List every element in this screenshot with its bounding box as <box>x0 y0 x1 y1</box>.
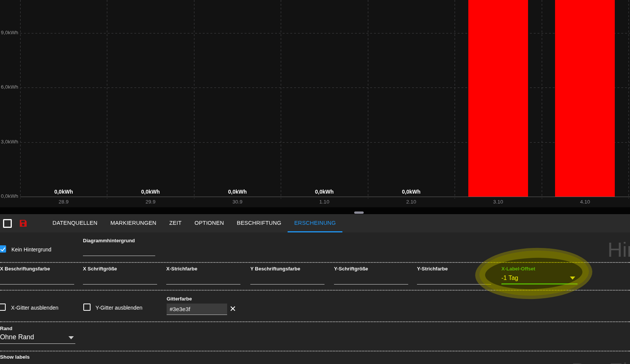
tab-zeit[interactable]: ZEIT <box>163 214 188 232</box>
tab-beschriftung[interactable]: BESCHRIFTUNG <box>231 214 288 232</box>
grid-vline <box>194 0 194 199</box>
settings-panel: Kein Hintergrund Diagrammhintergrund X B… <box>0 232 630 364</box>
grid-vline <box>455 0 455 199</box>
bar <box>555 0 615 197</box>
kein-hintergrund-label: Kein Hintergrund <box>11 246 51 253</box>
tab-markierungen[interactable]: MARKIERUNGEN <box>104 214 163 232</box>
field-label: Y-Strichfarbe <box>417 266 448 272</box>
clear-x-icon[interactable]: ✕ <box>228 304 238 314</box>
rand-label: Rand <box>0 326 13 331</box>
bar-value-label: 0,0kWh <box>302 189 347 195</box>
y-axis-tick-label: 0,0kWh <box>0 193 18 199</box>
tab-datenquellen[interactable]: DATENQUELLEN <box>46 214 104 232</box>
diagrammhintergrund-input[interactable] <box>83 256 155 256</box>
gitterfarbe-label: Gitterfarbe <box>167 296 192 302</box>
x-axis-tick-label: 28.9 <box>41 199 86 205</box>
y-axis-tick-label: 3,0kWh <box>0 139 18 145</box>
field-input[interactable] <box>83 284 157 285</box>
x-label-offset-underline <box>501 283 578 285</box>
y-axis-tick-label: 9,0kWh <box>0 30 18 35</box>
rand-value: Ohne Rand <box>0 333 34 341</box>
x-axis-tick-label: 1.10 <box>302 199 347 205</box>
chart-plot: 3,0kWh6,0kWh9,0kWh0,0kWh0,0kWh28.90,0kWh… <box>0 0 630 207</box>
y-gitter-checkbox[interactable] <box>83 304 91 311</box>
gitterfarbe-input[interactable] <box>167 304 227 315</box>
grid-vline <box>628 0 629 199</box>
kein-hintergrund-checkbox[interactable] <box>0 245 6 253</box>
rand-underline <box>0 343 75 344</box>
bar-value-label: 0,0kWh <box>215 189 260 195</box>
y-gitter-label: Y-Gitter ausblenden <box>95 305 142 311</box>
rand-select[interactable]: Ohne Rand <box>0 332 75 344</box>
x-axis-tick-label: 4.10 <box>562 199 608 205</box>
splitter-drag-handle[interactable] <box>354 211 364 214</box>
field-label: Y Beschriftungsfarbe <box>250 266 300 272</box>
x-axis-line <box>20 197 630 197</box>
field-label: X Schriftgröße <box>83 266 117 272</box>
bar <box>468 0 528 197</box>
show-labels-label: Show labels <box>0 354 30 360</box>
grid-vline <box>20 0 21 199</box>
settings-tabbar: DATENQUELLENMARKIERUNGENZEITOPTIONENBESC… <box>0 214 630 232</box>
x-axis-tick-label: 3.10 <box>475 199 521 205</box>
x-gitter-label: X-Gitter ausblenden <box>11 305 59 311</box>
grid-hline <box>20 87 630 88</box>
field-label: X Beschriftungsfarbe <box>0 266 50 272</box>
watermark-bottom: Bar Ei <box>571 358 627 364</box>
separator <box>0 351 630 351</box>
app-window: 3,0kWh6,0kWh9,0kWh0,0kWh0,0kWh28.90,0kWh… <box>0 0 630 364</box>
field-label: Y-Schriftgröße <box>334 266 368 272</box>
x-axis-tick-label: 30.9 <box>215 199 260 205</box>
field-label: X-Strichfarbe <box>166 266 197 272</box>
checkbox-icon[interactable] <box>3 219 12 228</box>
bar-value-label: 0,0kWh <box>128 189 173 195</box>
bar-value-label: 0,0kWh <box>388 189 434 195</box>
x-gitter-checkbox[interactable] <box>0 304 6 311</box>
tab-optionen[interactable]: OPTIONEN <box>188 214 230 232</box>
save-icon[interactable] <box>19 219 28 228</box>
field-input[interactable] <box>334 284 408 285</box>
bar-value-label: 0,0kWh <box>41 189 86 195</box>
chevron-down-icon <box>570 277 575 280</box>
grid-vline <box>281 0 281 199</box>
x-label-offset-label: X-Label-Offset <box>501 266 535 272</box>
diagrammhintergrund-label: Diagrammhintergrund <box>83 238 135 243</box>
x-axis-tick-label: 29.9 <box>128 199 173 205</box>
separator <box>0 321 630 322</box>
y-axis-tick-label: 6,0kWh <box>0 84 18 90</box>
x-label-offset-value: -1 Tag <box>501 275 518 281</box>
field-input[interactable] <box>166 284 240 285</box>
grid-vline <box>542 0 542 199</box>
separator <box>0 290 630 291</box>
settings-tabs: DATENQUELLENMARKIERUNGENZEITOPTIONENBESC… <box>46 214 342 232</box>
grid-vline <box>107 0 107 199</box>
grid-vline <box>368 0 368 199</box>
separator <box>0 262 630 263</box>
watermark-right: Hint <box>608 238 630 261</box>
chart-panel-gap <box>0 207 630 214</box>
field-input[interactable] <box>250 284 325 285</box>
grid-hline <box>20 142 630 143</box>
chevron-down-icon <box>68 336 74 339</box>
field-input[interactable] <box>417 284 491 285</box>
tab-erscheinung[interactable]: ERSCHEINUNG <box>288 214 342 232</box>
x-axis-tick-label: 2.10 <box>388 199 434 205</box>
grid-hline <box>20 33 630 33</box>
field-input[interactable] <box>0 284 74 285</box>
